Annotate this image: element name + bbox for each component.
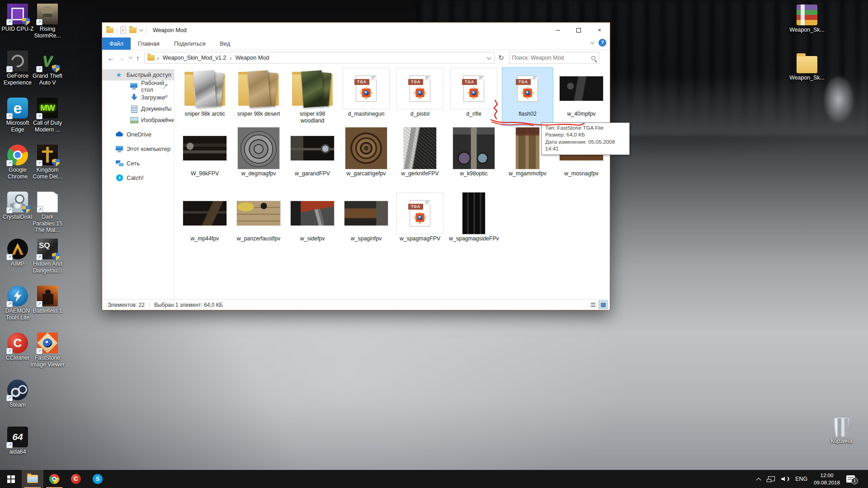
qat-chevron-down-icon[interactable] xyxy=(139,27,144,32)
sidebar-item-документы[interactable]: Документы xyxy=(102,103,174,114)
file-item-w-spaginfpv[interactable]: w_spaginfpv xyxy=(341,192,392,243)
desktop-icon-call-of-duty-modern[interactable]: MW↗Call of Duty Modern ... xyxy=(30,98,65,133)
desktop-icon-hidden-and-dangerou[interactable]: SQ↗Hidden And Dangerou... xyxy=(30,239,65,274)
taskbar-app-chrome[interactable] xyxy=(43,470,65,488)
file-item-sniper-k98-woodland[interactable]: sniper k98 woodland xyxy=(287,68,338,126)
volume-tray-icon[interactable] xyxy=(781,476,789,482)
file-item-w-degmagfpv[interactable]: w_degmagfpv xyxy=(233,127,284,178)
windows-logo-pane xyxy=(11,479,15,483)
tab-главная[interactable]: Главная xyxy=(131,38,167,50)
pin-icon xyxy=(163,95,169,100)
file-item-w-sidefpv[interactable]: w_sidefpv xyxy=(287,192,338,243)
desktop[interactable]: ↗PUID CPU-Z↗Rising StormRe...↗GeForce Ex… xyxy=(0,0,868,488)
desktop-icon-rising-stormre[interactable]: ↗Rising StormRe... xyxy=(30,4,65,39)
sidebar-item-label: Рабочий стол xyxy=(141,80,174,93)
help-button[interactable]: ? xyxy=(599,39,606,47)
desktop-icon-weapon-sk[interactable]: Weapon_Sk... xyxy=(789,5,825,33)
desktop-icon-battlefield-1[interactable]: ↗Battlefield 1 xyxy=(30,286,65,314)
file-item-w-garcatrigefpv[interactable]: w_garcatrigefpv xyxy=(341,127,392,178)
sidebar-item-быстрый-доступ[interactable]: Быстрый доступ xyxy=(102,69,174,80)
title-bar[interactable]: ✓ Weapon Mod ─ × xyxy=(102,23,610,38)
desktop-icon-grand-theft-auto-v[interactable]: V↗Grand Theft Auto V xyxy=(30,51,65,86)
taskbar-app-ccleaner[interactable]: C xyxy=(65,470,87,488)
file-item-d-rifle[interactable]: TGAd_rifle xyxy=(448,68,499,126)
shortcut-arrow-icon: ↗ xyxy=(37,206,43,213)
sidebar-item-onedrive[interactable]: OneDrive xyxy=(102,129,174,140)
file-item-w-spagmagsidefpv[interactable]: w_spagmagsideFPv xyxy=(448,192,499,243)
shortcut-arrow-icon: ↗ xyxy=(36,160,42,166)
file-item-w-k98optic[interactable]: w_k98optic xyxy=(448,127,499,178)
desktop-icon-kingdom-come-del[interactable]: ↗Kingdom Come Del... xyxy=(30,145,65,180)
desktop-icon-aida64[interactable]: 64↗aida64 xyxy=(0,427,35,455)
language-indicator[interactable]: ENG xyxy=(795,476,807,482)
file-name-label: sniper k98 woodland xyxy=(288,111,337,126)
file-item-d-mashinegun[interactable]: TGAd_mashinegun xyxy=(341,68,392,126)
file-item-w-mp44fpv[interactable]: w_mp44fpv xyxy=(179,192,230,243)
file-grid-row-3: w_mp44fpvw_panzerfaustfpvw_sidefpvw_spag… xyxy=(179,192,499,243)
desktop-icon-faststone-image-viewer[interactable]: ↗FastStone Image Viewer xyxy=(30,333,65,368)
file-item-w-98kfpv[interactable]: W_98kFPV xyxy=(179,127,230,178)
file-item-w-gerknifefpv[interactable]: w_gerknifeFPV xyxy=(395,127,445,178)
divider xyxy=(146,27,146,34)
ccleaner-icon: C xyxy=(71,474,81,484)
minimize-button[interactable]: ─ xyxy=(547,23,568,38)
start-button[interactable] xyxy=(0,470,22,488)
shortcut-arrow-icon: ↗ xyxy=(36,113,42,119)
shortcut-arrow-icon: ↗ xyxy=(6,254,13,260)
back-button[interactable]: ← xyxy=(108,54,114,62)
file-item-w-40mpfpv[interactable]: w_40mpfpv xyxy=(556,68,607,126)
ribbon-collapse-chevron-icon[interactable] xyxy=(590,40,595,44)
search-input[interactable] xyxy=(509,55,585,61)
file-item-d-pistol[interactable]: TGAd_pistol xyxy=(395,68,445,126)
file-item-sniper-98k-desert[interactable]: sniper 98k desert xyxy=(233,68,284,126)
address-bar[interactable]: ›Weapon_Skin_Mod_v1.2›Weapon Mod xyxy=(144,52,495,64)
sidebar-item-загрузки[interactable]: Загрузки xyxy=(102,92,174,103)
sidebar-item-этот-компьютер[interactable]: Этот компьютер xyxy=(102,143,174,155)
search-icon[interactable] xyxy=(591,56,595,60)
address-chevron-down-icon[interactable] xyxy=(486,55,491,60)
desktop-icon-dark-parables-15-the-mat[interactable]: ↗Dark Parables 15 The Mat... xyxy=(30,192,65,234)
thumb-40mp-thumbnail xyxy=(560,76,603,101)
thumbnails-view-button[interactable] xyxy=(599,301,607,309)
tab-файл[interactable]: Файл xyxy=(102,38,131,50)
up-button[interactable]: ↑ xyxy=(136,54,140,62)
sidebar-item-рабочий-стол[interactable]: Рабочий стол xyxy=(102,80,174,92)
breadcrumb-item-weapon-mod[interactable]: Weapon Mod xyxy=(235,55,270,61)
history-chevron-icon[interactable] xyxy=(129,55,132,59)
desktop-icon-weapon-sk[interactable]: Weapon_Sk... xyxy=(789,53,825,81)
maximize-button[interactable] xyxy=(568,23,589,38)
file-name-label: w_spagmagsideFPv xyxy=(449,235,499,243)
file-item-w-garandfpv[interactable]: w_garandFPV xyxy=(287,127,338,178)
tab-поделиться[interactable]: Поделиться xyxy=(167,38,213,50)
faststone-eye-logo-icon xyxy=(468,87,480,99)
sidebar-item-catch[interactable]: Catch! xyxy=(102,172,174,183)
details-view-icon xyxy=(591,303,595,307)
details-view-button[interactable] xyxy=(589,301,597,309)
new-folder-icon[interactable] xyxy=(129,28,137,33)
sidebar-item-изображения[interactable]: Изображения xyxy=(102,114,174,126)
file-item-sniper-98k-arctic[interactable]: sniper 98k arctic xyxy=(179,68,230,126)
file-item-flash02[interactable]: TGAflash02 xyxy=(502,68,553,126)
refresh-button[interactable]: ↻ xyxy=(495,52,507,64)
taskbar-app-skype[interactable]: S xyxy=(87,470,108,488)
forward-button[interactable]: → xyxy=(118,54,125,62)
taskbar-app-file-explorer[interactable] xyxy=(22,470,43,488)
network-tray-icon[interactable] xyxy=(767,476,775,482)
properties-check-icon[interactable]: ✓ xyxy=(120,27,126,33)
desktop-icon-корзина[interactable]: Корзина xyxy=(824,416,859,445)
desktop-icon-steam[interactable]: ↗Steam xyxy=(0,380,35,408)
tga-badge: TGA xyxy=(408,79,423,85)
thumb-k98optic-thumbnail xyxy=(453,127,495,169)
hidden-icons-chevron-icon[interactable] xyxy=(756,478,761,483)
close-button[interactable]: × xyxy=(589,23,610,38)
sidebar-item-label: Сеть xyxy=(127,160,140,167)
file-item-w-panzerfaustfpv[interactable]: w_panzerfaustfpv xyxy=(233,192,284,243)
tab-вид[interactable]: Вид xyxy=(212,38,237,50)
file-item-w-spagmagfpv[interactable]: TGAw_spagmagFPV xyxy=(395,192,445,243)
breadcrumb-item-weapon-skin-mod-v1-2[interactable]: Weapon_Skin_Mod_v1.2 xyxy=(162,55,227,61)
selection-info: Выбран 1 элемент: 64,0 КБ xyxy=(154,302,223,308)
sidebar-item-сеть[interactable]: Сеть xyxy=(102,158,174,169)
file-name-label: sniper 98k desert xyxy=(237,111,280,118)
action-center-icon[interactable]: 1 xyxy=(846,475,855,483)
clock[interactable]: 12:00 09.08.2018 xyxy=(814,472,840,486)
